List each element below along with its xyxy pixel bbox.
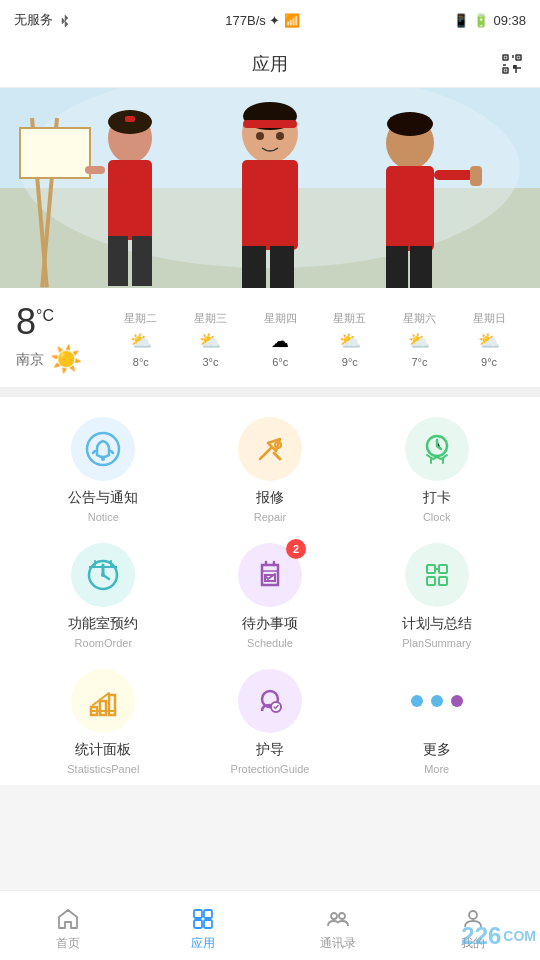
app-name-zh-plansummary: 计划与总结 (402, 615, 472, 633)
forecast-label: 星期日 (473, 311, 506, 326)
forecast-day: 星期四 ☁ 6°c (264, 311, 297, 368)
svg-rect-48 (427, 565, 435, 573)
app-icon-schedule: 2 (238, 543, 302, 607)
nav-icon-contacts (326, 907, 350, 931)
bottom-nav: 首页 应用 通讯录 我的 (0, 890, 540, 960)
svg-rect-49 (439, 565, 447, 573)
app-name-zh-clock: 打卡 (423, 489, 451, 507)
app-icon-clock (405, 417, 469, 481)
forecast-label: 星期五 (333, 311, 366, 326)
forecast-day: 星期二 ⛅ 8°c (124, 311, 157, 368)
svg-rect-28 (242, 246, 266, 288)
app-name-zh-notice: 公告与通知 (68, 489, 138, 507)
app-item-schedule[interactable]: 2 待办事项 Schedule (187, 543, 354, 649)
nav-icon-apps (191, 907, 215, 931)
nav-item-home[interactable]: 首页 (0, 899, 135, 952)
svg-point-32 (256, 132, 264, 140)
forecast-temp: 9°c (481, 356, 497, 368)
current-temp: 8°C (16, 304, 54, 340)
nav-label-apps: 应用 (191, 935, 215, 952)
svg-rect-12 (513, 65, 516, 68)
app-item-clock[interactable]: 打卡 Clock (353, 417, 520, 523)
svg-rect-25 (125, 116, 135, 122)
app-icon-repair (238, 417, 302, 481)
app-name-zh-schedule: 待办事项 (242, 615, 298, 633)
status-center: 177B/s ✦ 📶 (225, 13, 300, 28)
svg-rect-39 (434, 170, 474, 180)
bt-icon: ✦ (269, 13, 284, 28)
svg-rect-23 (85, 166, 105, 174)
app-icon-roomorder (71, 543, 135, 607)
app-item-more[interactable]: 更多 More (353, 669, 520, 775)
nav-item-apps[interactable]: 应用 (135, 899, 270, 952)
dot-1 (411, 695, 423, 707)
forecast-label: 星期二 (124, 311, 157, 326)
weather-section: 8°C 南京 ☀️ 星期二 ⛅ 8°c 星期三 ⛅ 3°c 星期四 ☁ 6°c … (0, 288, 540, 387)
svg-rect-21 (108, 236, 128, 286)
weather-forecast: 星期二 ⛅ 8°c 星期三 ⛅ 3°c 星期四 ☁ 6°c 星期五 ⛅ 9°c … (106, 311, 524, 368)
app-name-en-plansummary: PlanSummary (402, 637, 471, 649)
signal-icon: 📱 (453, 13, 469, 28)
hero-image (0, 88, 540, 288)
svg-rect-29 (270, 246, 294, 288)
app-name-en-clock: Clock (423, 511, 451, 523)
app-item-protection[interactable]: 护导 ProtectionGuide (187, 669, 354, 775)
app-name-zh-more: 更多 (423, 741, 451, 759)
app-grid: 公告与通知 Notice 报修 Repair (20, 417, 520, 775)
svg-rect-4 (518, 56, 520, 58)
app-name-zh-repair: 报修 (256, 489, 284, 507)
app-item-stats[interactable]: 统计面板 StatisticsPanel (20, 669, 187, 775)
svg-point-38 (387, 112, 433, 136)
svg-rect-36 (386, 246, 408, 288)
nav-item-contacts[interactable]: 通讯录 (270, 899, 405, 952)
battery-icon: 🔋 (473, 13, 489, 28)
app-grid-section: 公告与通知 Notice 报修 Repair (0, 397, 540, 785)
forecast-day: 星期五 ⛅ 9°c (333, 311, 366, 368)
app-name-en-protection: ProtectionGuide (231, 763, 310, 775)
app-item-roomorder[interactable]: 功能室预约 RoomOrder (20, 543, 187, 649)
city-label: 南京 (16, 351, 44, 369)
app-icon-protection (238, 669, 302, 733)
svg-point-61 (331, 913, 337, 919)
app-name-zh-stats: 统计面板 (75, 741, 131, 759)
forecast-day: 星期六 ⛅ 7°c (403, 311, 436, 368)
scan-button[interactable] (500, 52, 524, 76)
wifi-icon: 📶 (284, 13, 300, 28)
svg-point-46 (101, 573, 105, 577)
nav-item-mine[interactable]: 我的 (405, 899, 540, 952)
hero-scene-svg (0, 88, 540, 288)
svg-rect-58 (204, 910, 212, 918)
forecast-temp: 7°c (411, 356, 427, 368)
forecast-icon: ⛅ (478, 330, 500, 352)
svg-rect-20 (108, 160, 152, 240)
svg-rect-59 (194, 920, 202, 928)
forecast-temp: 8°c (133, 356, 149, 368)
header: 应用 (0, 40, 540, 88)
forecast-temp: 9°c (342, 356, 358, 368)
forecast-label: 星期四 (264, 311, 297, 326)
status-bar: 无服务 177B/s ✦ 📶 📱 🔋 09:38 (0, 0, 540, 40)
dot-2 (431, 695, 443, 707)
forecast-icon: ⛅ (339, 330, 361, 352)
app-item-notice[interactable]: 公告与通知 Notice (20, 417, 187, 523)
app-name-en-schedule: Schedule (247, 637, 293, 649)
app-name-en-notice: Notice (88, 511, 119, 523)
speed-text: 177B/s (225, 13, 265, 28)
page-title: 应用 (252, 52, 288, 76)
app-name-en-more: More (424, 763, 449, 775)
more-dots (405, 669, 469, 733)
svg-rect-27 (242, 160, 298, 250)
time-text: 09:38 (493, 13, 526, 28)
svg-point-63 (469, 911, 477, 919)
app-item-plansummary[interactable]: 计划与总结 PlanSummary (353, 543, 520, 649)
nav-icon-home (56, 907, 80, 931)
svg-point-42 (101, 457, 105, 461)
svg-rect-53 (100, 701, 106, 715)
app-item-repair[interactable]: 报修 Repair (187, 417, 354, 523)
status-right: 📱 🔋 09:38 (453, 13, 526, 28)
svg-rect-18 (20, 128, 90, 178)
nav-label-home: 首页 (56, 935, 80, 952)
app-name-zh-protection: 护导 (256, 741, 284, 759)
app-name-en-roomorder: RoomOrder (75, 637, 132, 649)
forecast-icon: ⛅ (130, 330, 152, 352)
